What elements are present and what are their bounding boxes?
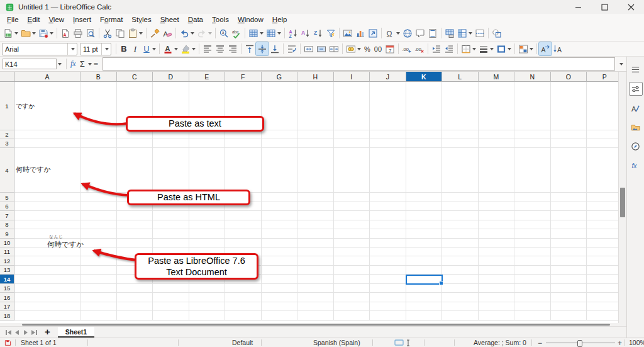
cell-a17[interactable] <box>14 302 80 311</box>
cell-k8[interactable] <box>406 220 443 229</box>
text-direction-left-to-right-button[interactable]: A <box>539 42 552 55</box>
row-header-16[interactable]: 16 <box>0 293 14 302</box>
column-header-b[interactable]: B <box>80 72 117 82</box>
clear-formatting-button[interactable]: A <box>161 26 174 40</box>
cell-k10[interactable] <box>406 239 443 247</box>
select-function-button[interactable]: Σ <box>80 59 85 69</box>
cell-b1[interactable] <box>80 82 117 130</box>
sidebar-gallery-button[interactable] <box>630 121 642 134</box>
cell-e4[interactable] <box>189 148 226 193</box>
cell-p10[interactable] <box>587 239 618 247</box>
cell-p15[interactable] <box>587 284 618 293</box>
row-header-18[interactable]: 18 <box>0 311 14 321</box>
cell-m17[interactable] <box>479 302 515 311</box>
row-header-4[interactable]: 4 <box>0 148 14 193</box>
cell-l7[interactable] <box>442 211 479 220</box>
cell-n8[interactable] <box>514 220 551 229</box>
autofilter-button[interactable] <box>325 26 337 40</box>
print-button[interactable] <box>72 26 84 40</box>
cell-h10[interactable] <box>297 239 334 247</box>
cell-g4[interactable] <box>262 148 298 193</box>
cell-n6[interactable] <box>514 202 551 211</box>
cell-c15[interactable] <box>117 284 153 293</box>
cell-c4[interactable] <box>117 148 153 193</box>
cell-n3[interactable] <box>514 139 551 148</box>
borders-button[interactable] <box>460 42 477 55</box>
cell-h12[interactable] <box>297 256 334 266</box>
cell-c10[interactable] <box>117 239 153 247</box>
insert-chart-button[interactable] <box>354 26 367 40</box>
cell-h16[interactable] <box>297 293 334 302</box>
column-header-p[interactable]: P <box>587 72 618 82</box>
cell-j14[interactable] <box>370 275 406 284</box>
cell-f15[interactable] <box>225 284 262 293</box>
font-color-dropdown[interactable] <box>174 48 178 50</box>
cell-p18[interactable] <box>587 311 618 321</box>
undo-button[interactable] <box>178 26 196 40</box>
cell-j10[interactable] <box>370 239 406 247</box>
cell-m7[interactable] <box>479 211 515 220</box>
cell-h1[interactable] <box>297 82 334 130</box>
center-vertically-button[interactable] <box>256 42 269 55</box>
row-header-14[interactable]: 14 <box>0 275 14 284</box>
highlighting-color-button[interactable] <box>179 42 197 55</box>
cell-k3[interactable] <box>406 139 443 148</box>
cell-h8[interactable] <box>297 220 334 229</box>
cell-g17[interactable] <box>262 302 298 311</box>
cell-a5[interactable] <box>14 193 80 202</box>
cell-b11[interactable] <box>80 247 117 256</box>
cell-o18[interactable] <box>551 311 587 321</box>
menu-view[interactable]: View <box>44 15 69 24</box>
cell-k16[interactable] <box>406 293 443 302</box>
selected-cell-k14[interactable] <box>406 275 443 285</box>
cell-i1[interactable] <box>334 82 370 130</box>
cell-j2[interactable] <box>370 130 406 139</box>
cell-j11[interactable] <box>370 247 406 256</box>
insert-column-button[interactable] <box>265 26 282 40</box>
cell-k1[interactable] <box>406 82 443 130</box>
sidebar-sidebar-settings-button[interactable] <box>630 63 642 76</box>
cell-j9[interactable] <box>370 229 406 239</box>
cell-m16[interactable] <box>479 293 515 302</box>
print-preview-button[interactable] <box>84 26 97 40</box>
formula-input[interactable] <box>103 57 615 71</box>
cell-j7[interactable] <box>370 211 406 220</box>
clone-formatting-button[interactable] <box>148 26 161 40</box>
row-header-17[interactable]: 17 <box>0 302 14 311</box>
row-header-12[interactable]: 12 <box>0 256 14 266</box>
sheet-tab-sheet1[interactable]: Sheet1 <box>58 327 94 338</box>
cell-o17[interactable] <box>551 302 587 311</box>
border-style-button[interactable] <box>477 42 495 55</box>
cell-f7[interactable] <box>225 211 262 220</box>
cell-d16[interactable] <box>153 293 189 302</box>
sort-ascending-button[interactable]: A <box>299 26 312 40</box>
row-header-6[interactable]: 6 <box>0 202 14 211</box>
cell-l6[interactable] <box>442 202 479 211</box>
cell-o3[interactable] <box>551 139 587 148</box>
cell-d18[interactable] <box>153 311 189 321</box>
cell-i8[interactable] <box>334 220 370 229</box>
new-button[interactable] <box>2 26 19 40</box>
cell-l12[interactable] <box>442 256 479 266</box>
cell-g18[interactable] <box>262 311 298 321</box>
cell-p1[interactable] <box>587 82 618 130</box>
cell-e18[interactable] <box>189 311 226 321</box>
cell-k13[interactable] <box>406 266 443 275</box>
cell-p3[interactable] <box>587 139 618 148</box>
menu-format[interactable]: Format <box>96 15 127 24</box>
cell-j8[interactable] <box>370 220 406 229</box>
page-style[interactable]: Default <box>232 339 253 346</box>
cell-i14[interactable] <box>334 275 370 284</box>
cell-l9[interactable] <box>442 229 479 239</box>
align-left-button[interactable] <box>201 42 214 55</box>
paste-dropdown[interactable] <box>139 32 143 35</box>
name-box[interactable] <box>3 59 57 69</box>
menu-window[interactable]: Window <box>233 15 268 24</box>
font-size-combo[interactable]: 11 pt <box>80 43 111 55</box>
cell-k7[interactable] <box>406 211 443 220</box>
insert-comment-button[interactable] <box>414 26 426 40</box>
cell-d4[interactable] <box>153 148 189 193</box>
cell-n5[interactable] <box>514 193 551 202</box>
cell-h14[interactable] <box>297 275 334 284</box>
menu-tools[interactable]: Tools <box>208 15 233 24</box>
